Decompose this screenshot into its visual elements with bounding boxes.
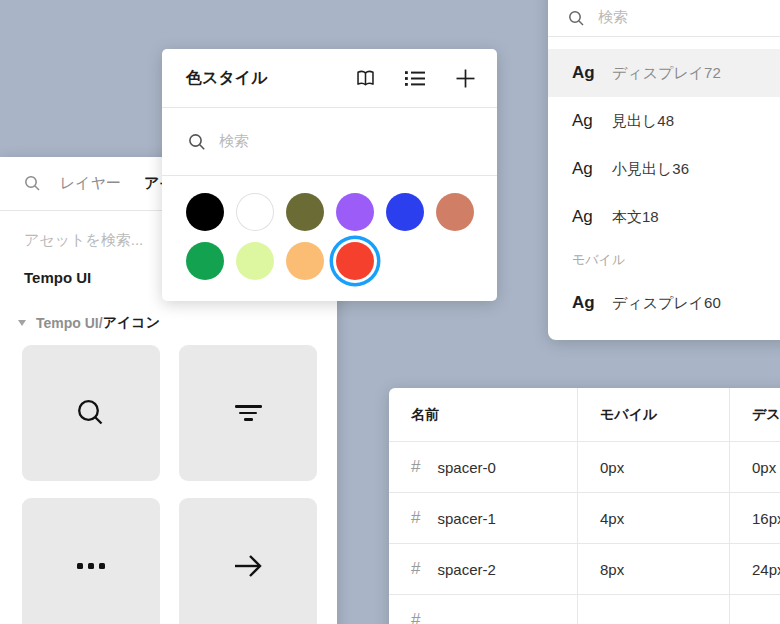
component-tile-ellipsis[interactable] [22, 498, 160, 624]
style-label: ディスプレイ60 [612, 294, 721, 313]
table-row: #spacer-2 8px 24px [389, 544, 780, 595]
text-style-item[interactable]: Ag 本文18 [548, 193, 780, 241]
search-icon [24, 175, 41, 192]
table-row: #spacer-0 0px 0px [389, 442, 780, 493]
color-swatch-red-selected[interactable] [336, 242, 374, 280]
cell-mobile: 8px [578, 544, 730, 595]
component-tile-arrow[interactable] [179, 498, 317, 624]
search-icon [568, 10, 585, 27]
color-swatch-salmon[interactable] [436, 193, 474, 231]
color-panel-header: 色スタイル [162, 49, 497, 108]
search-placeholder: 検索 [219, 132, 249, 151]
style-label: 小見出し36 [612, 160, 689, 179]
text-styles-search-input[interactable]: 検索 [548, 0, 780, 37]
color-search-input[interactable]: 検索 [162, 108, 497, 176]
color-swatch-lime[interactable] [236, 242, 274, 280]
hash-icon: # [411, 559, 420, 579]
cell-desktop [730, 595, 780, 624]
add-style-button[interactable] [453, 66, 477, 90]
cell-name: #spacer-2 [389, 544, 578, 595]
search-icon [188, 133, 206, 151]
component-tile-search[interactable] [22, 345, 160, 481]
search-icon [74, 396, 108, 430]
column-header-desktop: デスクトップ [730, 388, 780, 442]
cell-desktop: 24px [730, 544, 780, 595]
book-icon [354, 68, 377, 89]
list-view-button[interactable] [403, 66, 427, 90]
text-style-item[interactable]: Ag 見出し48 [548, 97, 780, 145]
color-swatch-white[interactable] [236, 193, 274, 231]
filter-icon [235, 405, 262, 421]
style-preview: Ag [572, 159, 612, 179]
column-header-name: 名前 [389, 388, 578, 442]
library-book-button[interactable] [353, 66, 377, 90]
text-style-item[interactable]: Ag ディスプレイ60 [548, 279, 780, 327]
hash-icon: # [411, 610, 420, 624]
cell-name: #spacer-1 [389, 493, 578, 544]
color-swatch-olive[interactable] [286, 193, 324, 231]
chevron-down-icon[interactable] [18, 320, 26, 326]
style-preview: Ag [572, 111, 612, 131]
style-label: 見出し48 [612, 112, 674, 131]
color-swatch-purple[interactable] [336, 193, 374, 231]
style-preview: Ag [572, 293, 612, 313]
color-swatch-black[interactable] [186, 193, 224, 231]
section-label-mobile: モバイル [548, 241, 780, 279]
icon-component-grid [22, 345, 318, 624]
text-style-item[interactable]: Ag ディスプレイ72 [548, 49, 780, 97]
style-preview: Ag [572, 63, 612, 83]
section-header-icons[interactable]: Tempo UI/アイコン [12, 314, 337, 332]
assets-search-placeholder: アセットを検索... [24, 231, 143, 250]
table-row: #spacer-1 4px 16px [389, 493, 780, 544]
color-swatch-green[interactable] [186, 242, 224, 280]
swatch-grid [162, 176, 497, 280]
plus-icon [455, 68, 476, 89]
table-header-row: 名前 モバイル デスクトップ [389, 388, 780, 442]
section-name: アイコン [103, 314, 160, 332]
list-icon [404, 69, 426, 88]
text-styles-panel: 検索 Ag ディスプレイ72 Ag 見出し48 Ag 小見出し36 Ag 本文1… [548, 0, 780, 340]
section-prefix: Tempo UI/ [36, 315, 103, 331]
color-swatch-blue[interactable] [386, 193, 424, 231]
cell-desktop: 0px [730, 442, 780, 493]
hash-icon: # [411, 508, 420, 528]
search-placeholder: 検索 [598, 8, 628, 27]
cell-name: #spacer-0 [389, 442, 578, 493]
text-style-list: Ag ディスプレイ72 Ag 見出し48 Ag 小見出し36 Ag 本文18 モ… [548, 37, 780, 327]
cell-mobile: 4px [578, 493, 730, 544]
table-row: # [389, 595, 780, 624]
style-label: ディスプレイ72 [612, 64, 721, 83]
arrow-right-icon [232, 553, 264, 579]
cell-mobile: 0px [578, 442, 730, 493]
ellipsis-icon [77, 563, 105, 569]
cell-desktop: 16px [730, 493, 780, 544]
style-preview: Ag [572, 207, 612, 227]
color-swatch-orange[interactable] [286, 242, 324, 280]
panel-title: 色スタイル [186, 68, 353, 89]
style-label: 本文18 [612, 208, 659, 227]
hash-icon: # [411, 457, 420, 477]
text-style-item[interactable]: Ag 小見出し36 [548, 145, 780, 193]
spacing-spec-table: 名前 モバイル デスクトップ #spacer-0 0px 0px #spacer… [389, 388, 780, 624]
tab-layers[interactable]: レイヤー [60, 174, 121, 193]
cell-name: # [389, 595, 578, 624]
cell-mobile [578, 595, 730, 624]
component-tile-filter[interactable] [179, 345, 317, 481]
color-styles-panel: 色スタイル [162, 49, 497, 301]
column-header-mobile: モバイル [578, 388, 730, 442]
